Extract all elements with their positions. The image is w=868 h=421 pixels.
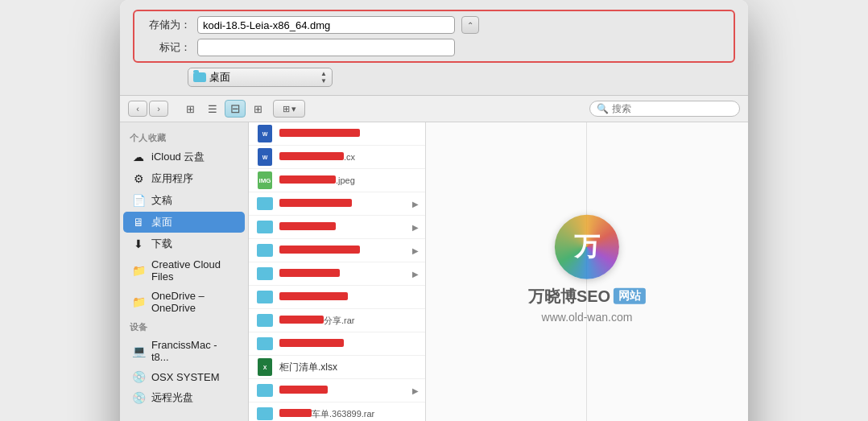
sidebar-label-downloads: 下载 [151, 237, 172, 251]
sidebar-item-downloads[interactable]: ⬇ 下载 [123, 233, 245, 254]
file-type-icon [255, 266, 275, 282]
column-panel-1 [426, 122, 587, 421]
file-name [279, 291, 419, 303]
arrow-icon: ▶ [412, 223, 419, 232]
onedrive-icon: 📁 [131, 295, 146, 308]
chevron-icon: ⌃ [467, 21, 473, 30]
file-type-icon: W [255, 149, 275, 165]
tag-input[interactable] [197, 39, 455, 56]
file-name: .jpeg [279, 175, 419, 186]
stepper-up[interactable]: ▲ [320, 71, 327, 77]
view-group: ⊞ ☰ ⊟ ⊞ [180, 100, 268, 118]
list-item[interactable]: ▶ [249, 216, 425, 239]
sidebar-section-personal: 个人收藏 [120, 129, 248, 146]
file-name [279, 245, 407, 256]
sidebar-label-creative-cloud: Creative Cloud Files [151, 258, 237, 283]
folder-icon [193, 72, 206, 82]
save-as-label: 存储为： [143, 18, 191, 32]
sidebar-item-apps[interactable]: ⚙ 应用程序 [123, 168, 245, 189]
list-item[interactable] [249, 332, 425, 356]
tag-label: 标记： [143, 40, 191, 55]
list-icon: ☰ [208, 103, 217, 115]
arrow-icon: ▶ [412, 270, 419, 279]
list-item[interactable]: ▶ [249, 192, 425, 216]
icloud-icon: ☁ [131, 151, 146, 163]
search-bar[interactable]: 🔍 [589, 101, 740, 117]
sidebar-item-mac[interactable]: 💻 FrancissMac - t8... [123, 336, 245, 366]
sidebar-item-docs[interactable]: 📄 文稿 [123, 190, 245, 211]
file-name [279, 198, 407, 209]
column-icon: ⊟ [230, 101, 241, 116]
sidebar-item-desktop[interactable]: 🖥 桌面 [123, 212, 245, 233]
list-item[interactable]: ▶ [249, 379, 425, 402]
view-gallery-button[interactable]: ⊞ [247, 100, 268, 118]
list-item[interactable]: 车单.363899.rar [249, 402, 425, 421]
arrow-icon: ▶ [412, 246, 419, 255]
list-item[interactable]: W .cx [249, 146, 425, 169]
back-icon: ‹ [136, 104, 139, 114]
sidebar-label-onedrive: OneDrive – OneDrive [151, 290, 237, 314]
view-list-button[interactable]: ☰ [202, 100, 223, 118]
search-icon: 🔍 [597, 103, 609, 114]
sidebar-item-onedrive[interactable]: 📁 OneDrive – OneDrive [123, 287, 245, 317]
view-column-button[interactable]: ⊟ [225, 100, 246, 118]
top-bar: 存储为： ⌃ 标记： 桌面 ▲ ▼ [120, 0, 748, 96]
sidebar-label-remote: 远程光盘 [151, 390, 193, 405]
expand-button[interactable]: ⌃ [461, 16, 479, 34]
toolbar: ‹ › ⊞ ☰ ⊟ ⊞ ⊞ ▾ 🔍 [120, 96, 748, 122]
docs-icon: 📄 [131, 194, 146, 207]
sidebar-item-osx[interactable]: 💿 OSX SYSTEM [123, 367, 245, 386]
list-item[interactable]: ▶ [249, 262, 425, 286]
sidebar-label-mac: FrancissMac - t8... [151, 339, 237, 363]
sidebar-item-icloud[interactable]: ☁ iCloud 云盘 [123, 147, 245, 167]
file-type-icon: W [255, 126, 275, 142]
file-type-icon: X [255, 359, 275, 375]
file-type-icon [255, 406, 275, 421]
list-item[interactable]: X 柜门清单.xlsx [249, 356, 425, 379]
location-stepper[interactable]: ▲ ▼ [320, 71, 327, 85]
file-name [279, 338, 419, 349]
osx-icon: 💿 [131, 370, 146, 383]
stepper-down[interactable]: ▼ [320, 78, 327, 85]
creative-cloud-icon: 📁 [131, 264, 146, 277]
file-name [279, 385, 407, 396]
file-name [279, 128, 419, 139]
file-name [279, 268, 407, 279]
sidebar-label-docs: 文稿 [151, 193, 172, 208]
location-selector[interactable]: 桌面 ▲ ▼ [188, 68, 333, 87]
file-type-icon [255, 336, 275, 352]
sidebar-label-icloud: iCloud 云盘 [151, 150, 205, 164]
list-item[interactable]: ▶ [249, 239, 425, 262]
forward-icon: › [157, 104, 160, 114]
desktop-icon: 🖥 [131, 216, 146, 229]
nav-group: ‹ › [128, 101, 168, 117]
downloads-icon: ⬇ [131, 237, 146, 250]
column-panel-2 [587, 122, 748, 421]
action-button[interactable]: ⊞ ▾ [273, 100, 305, 118]
sidebar-item-creative-cloud[interactable]: 📁 Creative Cloud Files [123, 255, 245, 286]
sidebar-item-remote-disc[interactable]: 💿 远程光盘 [123, 387, 245, 408]
filename-row: 存储为： ⌃ [143, 16, 725, 34]
file-name: 柜门清单.xlsx [279, 361, 419, 374]
arrow-icon: ▶ [412, 386, 419, 395]
location-row: 桌面 ▲ ▼ [133, 68, 735, 87]
list-item[interactable]: IMG .jpeg [249, 169, 425, 192]
tag-row: 标记： [143, 39, 725, 56]
list-item[interactable]: 分享.rar [249, 309, 425, 332]
list-item[interactable]: W [249, 122, 425, 146]
arrow-icon: ▶ [412, 200, 419, 208]
list-item[interactable] [249, 286, 425, 309]
action-icon: ⊞ [283, 104, 290, 114]
sidebar-label-desktop: 桌面 [151, 215, 172, 229]
file-name: 车单.363899.rar [279, 408, 419, 420]
forward-button[interactable]: › [149, 101, 168, 117]
file-type-icon [255, 312, 275, 328]
view-icon-button[interactable]: ⊞ [180, 100, 200, 118]
detail-area: 万 万晓博SEO 网站 www.old-wan.com [426, 122, 748, 421]
file-type-icon [255, 382, 275, 398]
back-button[interactable]: ‹ [128, 101, 147, 117]
search-input[interactable] [612, 103, 733, 114]
filename-input[interactable] [197, 16, 455, 34]
sidebar: 个人收藏 ☁ iCloud 云盘 ⚙ 应用程序 📄 文稿 🖥 桌面 ⬇ 下载 [120, 122, 249, 421]
file-area-wrapper: W W .cx IMG .jpeg ▶ [249, 122, 748, 421]
